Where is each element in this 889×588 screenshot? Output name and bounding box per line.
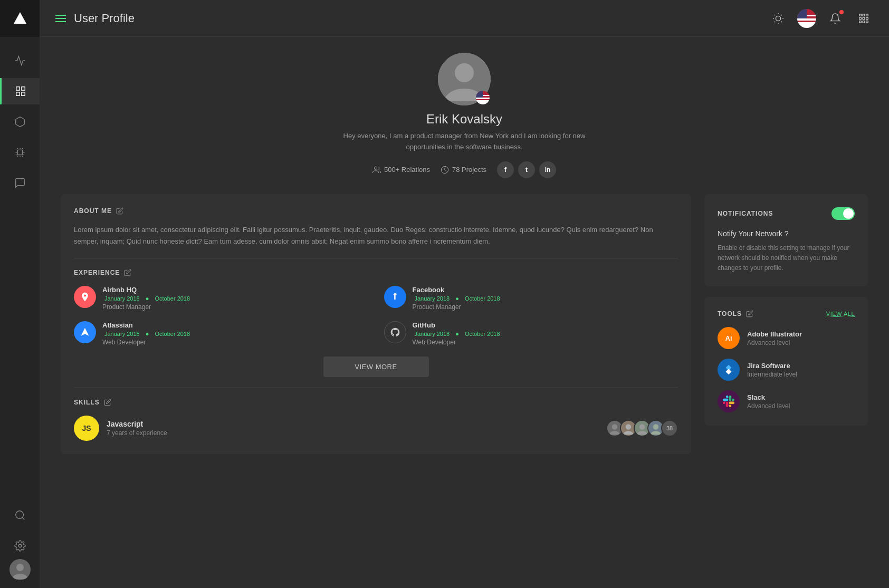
facebook-role: Product Manager bbox=[413, 303, 502, 311]
sidebar-item-chat[interactable] bbox=[0, 170, 40, 196]
svg-rect-25 bbox=[866, 17, 868, 20]
svg-rect-4 bbox=[22, 92, 25, 95]
tools-header: TOOLS VIEW ALL bbox=[718, 310, 855, 317]
svg-rect-23 bbox=[859, 17, 862, 20]
theme-icon[interactable] bbox=[769, 9, 788, 28]
linkedin-link[interactable]: in bbox=[539, 161, 556, 178]
tools-title: TOOLS bbox=[718, 310, 753, 317]
svg-rect-22 bbox=[866, 14, 868, 16]
exp-item-airbnb: Airbnb HQ January 2018 ● October 2018 Pr… bbox=[74, 286, 368, 311]
jira-logo bbox=[718, 359, 740, 381]
twitter-link[interactable]: t bbox=[518, 161, 535, 178]
exp-item-facebook: f Facebook January 2018 ● October 2018 P… bbox=[384, 286, 678, 311]
svg-point-37 bbox=[626, 424, 632, 430]
skill-count: 38 bbox=[661, 420, 678, 437]
atlassian-dates: January 2018 ● October 2018 bbox=[102, 331, 192, 337]
experience-edit-icon[interactable] bbox=[124, 269, 131, 276]
illustrator-name: Adobe Illustrator bbox=[747, 330, 802, 338]
facebook-company: Facebook bbox=[413, 286, 502, 294]
notifications-toggle[interactable] bbox=[831, 207, 855, 220]
svg-point-8 bbox=[18, 544, 22, 547]
atlassian-logo bbox=[74, 321, 96, 343]
cards-layout: ABOUT ME Lorem ipsum dolor sit amet, con… bbox=[61, 194, 868, 454]
about-me-edit-icon[interactable] bbox=[116, 207, 123, 215]
tool-item-illustrator: Ai Adobe Illustrator Advanced level bbox=[718, 327, 855, 349]
exp-item-atlassian: Atlassian January 2018 ● October 2018 We… bbox=[74, 321, 368, 346]
apps-icon[interactable] bbox=[854, 9, 873, 28]
svg-marker-33 bbox=[81, 327, 89, 335]
tool-item-slack: Slack Advanced level bbox=[718, 390, 855, 412]
svg-line-19 bbox=[781, 14, 782, 15]
svg-rect-20 bbox=[859, 14, 862, 16]
user-avatar-small[interactable] bbox=[9, 559, 31, 580]
facebook-dates: January 2018 ● October 2018 bbox=[413, 295, 502, 302]
svg-rect-28 bbox=[866, 21, 868, 23]
svg-point-30 bbox=[455, 63, 474, 82]
page-title: User Profile bbox=[74, 12, 761, 25]
svg-point-31 bbox=[374, 167, 377, 169]
sidebar-item-search[interactable] bbox=[0, 502, 40, 528]
svg-rect-5 bbox=[17, 150, 22, 155]
notifications-description: Enable or disable this setting to manage… bbox=[718, 243, 855, 274]
divider-2 bbox=[74, 388, 678, 388]
language-selector[interactable] bbox=[797, 9, 816, 28]
left-column: ABOUT ME Lorem ipsum dolor sit amet, con… bbox=[61, 194, 691, 454]
relations-count: 500+ Relations bbox=[384, 166, 430, 173]
experience-grid: Airbnb HQ January 2018 ● October 2018 Pr… bbox=[74, 286, 678, 346]
facebook-logo: f bbox=[384, 286, 406, 308]
airbnb-logo bbox=[74, 286, 96, 308]
illustrator-logo: Ai bbox=[718, 327, 740, 349]
svg-point-35 bbox=[612, 424, 618, 430]
notifications-subtitle: Notify Your Network ? bbox=[718, 229, 855, 238]
sidebar-item-grid[interactable] bbox=[0, 78, 40, 104]
slack-level: Advanced level bbox=[747, 402, 790, 410]
view-more-button[interactable]: VIEW MORE bbox=[323, 356, 429, 377]
svg-rect-3 bbox=[16, 92, 20, 95]
projects-count: 78 Projects bbox=[452, 166, 486, 173]
airbnb-company: Airbnb HQ bbox=[102, 286, 192, 294]
svg-rect-21 bbox=[863, 14, 865, 16]
menu-icon[interactable] bbox=[55, 15, 66, 22]
tools-card: TOOLS VIEW ALL Ai Adobe Illustrator Adva… bbox=[704, 297, 868, 426]
github-company: GitHub bbox=[413, 321, 502, 329]
skill-item-javascript: JS Javascript 7 years of experience bbox=[74, 416, 678, 441]
profile-flag-icon bbox=[476, 91, 490, 104]
notification-badge bbox=[839, 10, 844, 14]
github-logo bbox=[384, 321, 406, 343]
javascript-name: Javascript bbox=[107, 420, 599, 428]
notifications-icon[interactable] bbox=[826, 9, 845, 28]
skills-edit-icon[interactable] bbox=[104, 399, 111, 406]
notifications-card: NOTIFICATIONS Notify Your Network ? Enab… bbox=[704, 194, 868, 287]
sidebar-item-activity[interactable] bbox=[0, 47, 40, 74]
app-logo[interactable] bbox=[0, 0, 40, 37]
right-column: NOTIFICATIONS Notify Your Network ? Enab… bbox=[704, 194, 868, 426]
social-links: f t in bbox=[497, 161, 556, 178]
github-role: Web Developer bbox=[413, 339, 502, 346]
projects-stat: 78 Projects bbox=[441, 166, 486, 174]
svg-point-10 bbox=[16, 564, 24, 571]
javascript-badge: JS bbox=[74, 416, 99, 441]
about-me-card: ABOUT ME Lorem ipsum dolor sit amet, con… bbox=[61, 194, 691, 454]
svg-line-7 bbox=[22, 517, 24, 519]
facebook-link[interactable]: f bbox=[497, 161, 514, 178]
sidebar-item-chip[interactable] bbox=[0, 139, 40, 166]
tools-view-all-link[interactable]: VIEW ALL bbox=[826, 311, 855, 317]
javascript-experience: 7 years of experience bbox=[107, 429, 599, 437]
sidebar-item-settings[interactable] bbox=[0, 533, 40, 559]
sidebar-item-cube[interactable] bbox=[0, 109, 40, 135]
jira-level: Intermediate level bbox=[747, 371, 797, 378]
svg-point-39 bbox=[639, 424, 645, 430]
airbnb-dates: January 2018 ● October 2018 bbox=[102, 295, 192, 302]
exp-item-github: GitHub January 2018 ● October 2018 Web D… bbox=[384, 321, 678, 346]
about-me-text: Lorem ipsum dolor sit amet, consectetur … bbox=[74, 224, 678, 247]
experience-section-title: EXPERIENCE bbox=[74, 269, 678, 276]
profile-header: Erik Kovalsky Hey everyone, I am a produ… bbox=[61, 53, 868, 178]
content-area: Erik Kovalsky Hey everyone, I am a produ… bbox=[40, 37, 889, 588]
tools-edit-icon[interactable] bbox=[746, 310, 753, 317]
svg-point-11 bbox=[776, 16, 780, 21]
skills-section-title: SKILLS bbox=[74, 399, 678, 406]
svg-rect-24 bbox=[863, 17, 865, 20]
svg-marker-0 bbox=[14, 12, 26, 24]
tool-item-jira: Jira Software Intermediate level bbox=[718, 359, 855, 381]
relations-stat: 500+ Relations bbox=[372, 166, 430, 174]
